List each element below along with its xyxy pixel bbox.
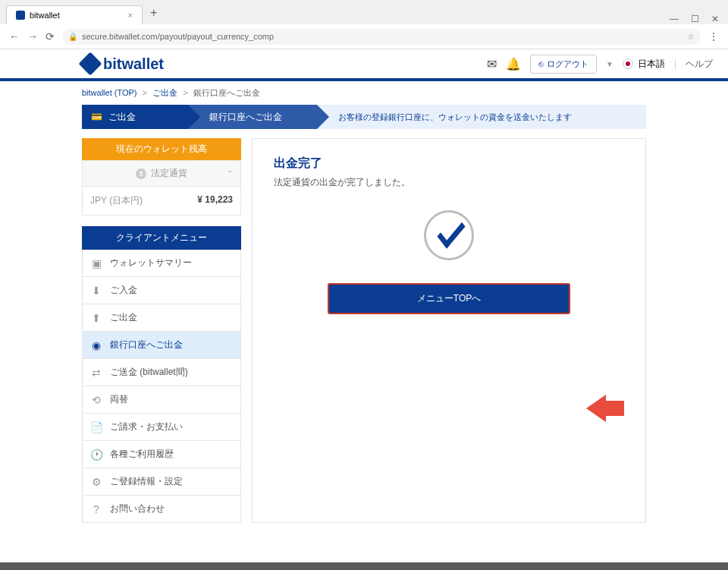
balance-row: JPY (日本円) ¥ 19,223 [82,187,241,216]
settings-icon: ⚙ [90,476,102,488]
step-1: 💳 ご出金 [82,105,188,129]
wallet-summary-icon: ▣ [90,257,102,269]
sidebar: 現在のウォレット残高 $ 法定通貨 ⌃ JPY (日本円) ¥ 19,223 ク… [82,138,241,523]
footer: よくあるご質問 (FAQ)| ご利用ガイド| ご利用規約| プライバシーポリシー… [0,562,728,570]
balance-amount: ¥ 19,223 [197,194,233,207]
currency-label: JPY (日本円) [90,194,143,207]
chevron-down-icon[interactable]: ▼ [606,60,613,68]
menu-wallet-summary[interactable]: ▣ウォレットサマリー [82,250,241,277]
step-bar: 💳 ご出金 銀行口座へご出金 お客様の登録銀行口座に、ウォレットの資金を送金いた… [82,105,646,129]
payout-icon: ⬆ [90,312,102,324]
window-controls: — ☐ ✕ [661,14,728,24]
step1-label: ご出金 [108,111,136,124]
menu-top-button[interactable]: メニューTOPへ [328,283,570,314]
transfer-icon: ⇄ [90,367,102,379]
menu-exchange[interactable]: ⟲両替 [82,386,241,414]
chevron-up-icon: ⌃ [227,169,233,178]
new-tab-button[interactable]: + [143,2,165,24]
menu-contact[interactable]: ?お問い合わせ [82,496,241,523]
separator: | [674,58,676,69]
site-header: bitwallet ✉ 🔔 ⎋ ログアウト ▼ 日本語 | ヘルプ [0,49,728,81]
bank-payout-icon: ◉ [90,339,102,351]
menu-history[interactable]: 🕐各種ご利用履歴 [82,441,241,468]
favicon-icon [16,11,25,20]
tab-bar: bitwallet × + — ☐ ✕ [0,0,728,24]
menu-transfer[interactable]: ⇄ご送金 (bitwallet間) [82,359,241,386]
step-description: お客様の登録銀行口座に、ウォレットの資金を送金いたします [317,105,646,129]
logout-icon: ⎋ [538,59,544,68]
panel-title: 出金完了 [274,156,624,172]
coin-icon: $ [136,168,146,179]
menu-billing[interactable]: 📄ご請求・お支払い [82,414,241,441]
url-field[interactable]: 🔒 secure.bitwallet.com/payout/payout_cur… [62,29,701,45]
billing-icon: 📄 [90,421,102,433]
maximize-icon[interactable]: ☐ [691,14,699,24]
close-tab-icon[interactable]: × [128,11,133,20]
balance-subheader[interactable]: $ 法定通貨 ⌃ [82,160,241,187]
breadcrumb-mid[interactable]: ご出金 [152,88,177,97]
tab-title: bitwallet [30,11,60,20]
wallet-icon: 💳 [91,112,102,122]
help-link[interactable]: ヘルプ [686,58,713,71]
brand-text: bitwallet [103,55,164,73]
main-panel: 出金完了 法定通貨の出金が完了しました。 メニューTOPへ [252,138,646,523]
balance-sub-label: 法定通貨 [151,167,187,180]
logout-button[interactable]: ⎋ ログアウト [530,55,597,74]
language-selector[interactable]: 日本語 [623,58,665,71]
url-text: secure.bitwallet.com/payout/payout_curre… [82,32,274,41]
bookmark-icon[interactable]: ☆ [687,32,695,42]
site-content: bitwallet ✉ 🔔 ⎋ ログアウト ▼ 日本語 | ヘルプ bitwal… [0,49,728,570]
mail-icon[interactable]: ✉ [487,57,497,71]
flag-jp-icon [623,58,633,69]
step-2: 銀行口座へご出金 [188,105,317,129]
step2-label: 銀行口座へご出金 [209,111,282,124]
panel-subtitle: 法定通貨の出金が完了しました。 [274,176,624,189]
menu-payout[interactable]: ⬆ご出金 [82,304,241,332]
menu-deposit[interactable]: ⬇ご入金 [82,277,241,304]
deposit-icon: ⬇ [90,285,102,297]
close-window-icon[interactable]: ✕ [711,14,719,24]
exchange-icon: ⟲ [90,394,102,406]
success-check-icon [424,210,474,260]
menu-settings[interactable]: ⚙ご登録情報・設定 [82,468,241,496]
forward-icon[interactable]: → [27,30,38,43]
bell-icon[interactable]: 🔔 [506,57,521,71]
address-bar: ← → ⟳ 🔒 secure.bitwallet.com/payout/payo… [0,24,728,49]
logout-label: ログアウト [547,58,588,70]
browser-menu-icon[interactable]: ⋮ [708,30,719,43]
browser-chrome: bitwallet × + — ☐ ✕ ← → ⟳ 🔒 secure.bitwa… [0,0,728,49]
breadcrumb-current: 銀行口座へご出金 [193,88,260,97]
back-icon[interactable]: ← [9,30,20,43]
breadcrumb-top[interactable]: bitwallet (TOP) [82,88,137,97]
reload-icon[interactable]: ⟳ [46,30,55,43]
browser-tab[interactable]: bitwallet × [6,5,143,24]
language-label: 日本語 [638,58,665,71]
breadcrumb: bitwallet (TOP) > ご出金 > 銀行口座へご出金 [82,81,646,105]
svg-marker-0 [586,395,624,422]
lock-icon: 🔒 [68,33,77,41]
menu-bank-payout[interactable]: ◉銀行口座へご出金 [82,332,241,359]
minimize-icon[interactable]: — [670,14,679,24]
balance-header: 現在のウォレット残高 [82,138,241,160]
logo-icon [78,52,102,75]
step-desc-text: お客様の登録銀行口座に、ウォレットの資金を送金いたします [338,112,572,123]
history-icon: 🕐 [90,449,102,461]
logo[interactable]: bitwallet [82,55,164,73]
help-icon: ? [90,503,102,515]
menu-header: クライアントメニュー [82,226,241,250]
